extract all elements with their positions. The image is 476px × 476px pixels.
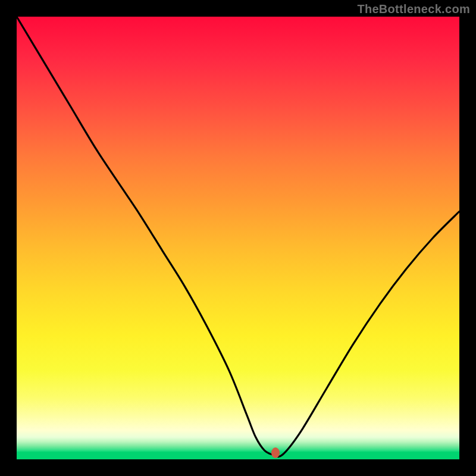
curve-svg	[17, 17, 459, 459]
watermark-text: TheBottleneck.com	[357, 2, 470, 16]
plot-area	[17, 17, 459, 459]
bottleneck-curve-path	[17, 17, 459, 457]
chart-frame: TheBottleneck.com	[0, 0, 476, 476]
minimum-marker	[271, 447, 280, 458]
